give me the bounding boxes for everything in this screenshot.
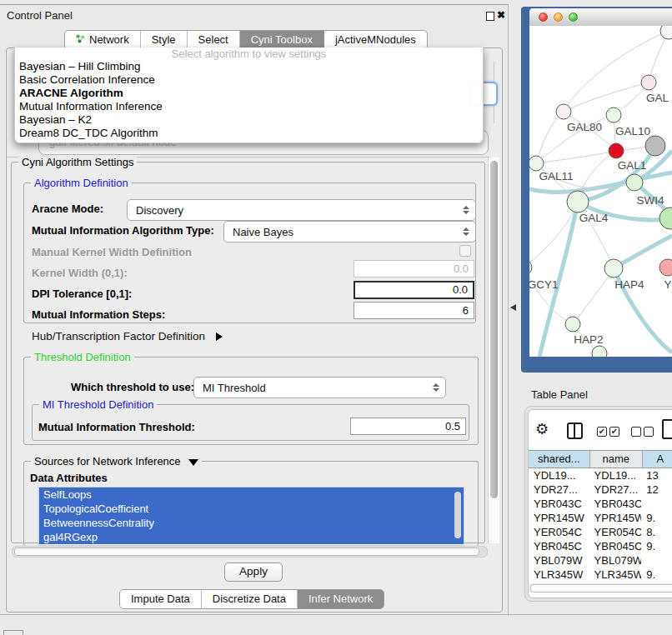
combo-arrows-icon bbox=[459, 206, 473, 214]
table-horizontal-scrollbar[interactable] bbox=[529, 583, 672, 592]
tab-infer-network[interactable]: Infer Network bbox=[298, 590, 384, 608]
sources-expander[interactable]: Sources for Network Inference bbox=[31, 455, 202, 468]
control-panel-top-border bbox=[0, 4, 509, 5]
unchecked-checkbox-icon[interactable] bbox=[631, 427, 641, 437]
table-row[interactable]: YPR145WYPR145W9. bbox=[529, 511, 672, 525]
settings-horizontal-scrollbar[interactable] bbox=[12, 546, 488, 558]
attribute-item-betweennesscentrality[interactable]: BetweennessCentrality bbox=[39, 516, 464, 530]
tab-label: Discretize Data bbox=[213, 590, 286, 608]
tab-cyni-toolbox[interactable]: Cyni Toolbox bbox=[240, 31, 324, 49]
combo-value: Naive Bayes bbox=[224, 226, 459, 238]
algorithm-option-dream8-dc-tdc-algorithm[interactable]: Dream8 DC_TDC Algorithm bbox=[15, 127, 483, 140]
node-label-hap2: HAP2 bbox=[574, 333, 603, 346]
checked-checkbox-icon[interactable]: ✔ bbox=[597, 427, 607, 437]
settings-vertical-scrollbar[interactable] bbox=[488, 158, 499, 543]
algorithm-option-aracne-algorithm[interactable]: ARACNE Algorithm bbox=[15, 87, 483, 100]
algorithm-option-bayesian-k2[interactable]: Bayesian – K2 bbox=[15, 113, 483, 127]
table-row[interactable]: YLR345WYLR345W9. bbox=[529, 568, 672, 582]
tab-label: Network bbox=[89, 31, 129, 49]
combo-arrows-icon bbox=[429, 383, 443, 392]
network-node[interactable] bbox=[645, 136, 665, 156]
manual-kernel-checkbox[interactable] bbox=[459, 245, 471, 257]
minimize-traffic-light[interactable] bbox=[554, 12, 563, 22]
network-node[interactable] bbox=[592, 346, 607, 357]
tab-label: Style bbox=[152, 31, 176, 49]
network-node[interactable] bbox=[626, 174, 643, 191]
app-root: Control Panel ✖ NetworkStyleSelectCyni T… bbox=[0, 0, 672, 635]
node-table: shared...nameAYDL19...YDL19...13YDR27...… bbox=[529, 450, 672, 583]
node-label-gal1: GAL1 bbox=[618, 159, 647, 172]
hub-definition-expander[interactable]: Hub/Transcription Factor Definition bbox=[32, 330, 223, 342]
scrollbar-thumb[interactable] bbox=[490, 161, 498, 498]
hub-definition-label: Hub/Transcription Factor Definition bbox=[32, 330, 205, 342]
attribute-item-selfloops[interactable]: SelfLoops bbox=[39, 488, 464, 502]
scrollbar-thumb[interactable] bbox=[530, 584, 672, 592]
apply-button[interactable]: Apply bbox=[224, 562, 283, 582]
network-node[interactable] bbox=[659, 208, 672, 229]
table-row[interactable]: YER054CYER054C8. bbox=[529, 525, 672, 539]
network-canvas[interactable]: GALGAL80GAL10GAL1GAL11SWI4GAL4GCY1HAP4YH… bbox=[529, 26, 672, 357]
data-attributes-list: SelfLoopsTopologicalCoefficientBetweenne… bbox=[38, 487, 464, 546]
float-window-icon[interactable] bbox=[486, 12, 494, 21]
algorithm-option-mutual-information-inference[interactable]: Mutual Information Inference bbox=[15, 100, 483, 113]
aracne-mode-combo[interactable]: Discovery bbox=[127, 199, 476, 221]
close-icon[interactable]: ✖ bbox=[497, 9, 505, 21]
tab-style[interactable]: Style bbox=[141, 31, 188, 49]
scrollbar-thumb[interactable] bbox=[14, 548, 479, 556]
network-node[interactable] bbox=[567, 191, 589, 212]
network-node[interactable] bbox=[565, 317, 580, 332]
mi-steps-field[interactable]: 6 bbox=[354, 302, 474, 319]
network-node[interactable] bbox=[641, 75, 656, 90]
column-header-a[interactable]: A bbox=[643, 451, 672, 468]
column-header-name[interactable]: name bbox=[590, 451, 643, 468]
which-threshold-combo[interactable]: MI Threshold bbox=[193, 377, 446, 398]
scrollbar-thumb[interactable] bbox=[454, 492, 461, 538]
zoom-traffic-light[interactable] bbox=[569, 12, 578, 22]
algorithm-option-bayesian-hill-climbing[interactable]: Bayesian – Hill Climbing bbox=[15, 60, 483, 73]
combo-value: MI Threshold bbox=[194, 382, 429, 394]
table-row[interactable]: YBR043CYBR043C bbox=[529, 497, 672, 511]
table-row[interactable]: YDL19...YDL19...13 bbox=[529, 468, 672, 482]
table-cell: YDL19... bbox=[589, 468, 642, 482]
unchecked-checkbox-icon[interactable] bbox=[644, 427, 654, 437]
dpi-tolerance-field[interactable]: 0.0 bbox=[354, 281, 474, 299]
network-node[interactable] bbox=[604, 259, 623, 278]
expand-right-icon bbox=[216, 332, 223, 341]
columns-icon[interactable] bbox=[567, 422, 583, 439]
network-node[interactable] bbox=[606, 108, 621, 122]
network-node[interactable] bbox=[659, 259, 672, 276]
node-label-gal80: GAL80 bbox=[567, 121, 602, 133]
control-panel-right-border bbox=[508, 4, 509, 616]
gear-icon[interactable]: ⚙ bbox=[535, 420, 549, 438]
column-header-shared[interactable]: shared... bbox=[529, 451, 590, 468]
table-cell: 9. bbox=[641, 539, 672, 553]
table-row[interactable]: YDR27...YDR27...12 bbox=[529, 482, 672, 497]
collapsed-panel-icon[interactable] bbox=[3, 630, 23, 635]
network-window-titlebar[interactable] bbox=[529, 8, 672, 27]
mi-threshold-label: Mutual Information Threshold: bbox=[38, 421, 195, 433]
table-cell: 9. bbox=[641, 511, 672, 525]
mi-threshold-field[interactable]: 0.5 bbox=[350, 418, 466, 435]
table-cell: YLR345W bbox=[529, 568, 589, 582]
tab-network[interactable]: Network bbox=[65, 31, 141, 49]
table-row[interactable]: YBL079WYBL079W bbox=[529, 553, 672, 568]
network-node[interactable] bbox=[660, 26, 672, 39]
attribute-item-gal4rgexp[interactable]: gal4RGexp bbox=[39, 530, 464, 544]
document-icon[interactable] bbox=[662, 419, 672, 439]
network-node[interactable] bbox=[529, 156, 544, 171]
checked-checkbox-icon[interactable]: ✔ bbox=[609, 427, 619, 437]
network-node[interactable] bbox=[556, 104, 571, 119]
tab-discretize-data[interactable]: Discretize Data bbox=[202, 590, 298, 608]
tab-select[interactable]: Select bbox=[188, 31, 240, 49]
tab-impute-data[interactable]: Impute Data bbox=[120, 590, 202, 608]
close-traffic-light[interactable] bbox=[539, 12, 548, 22]
network-node[interactable] bbox=[609, 143, 624, 158]
group-title: MI Threshold Definition bbox=[39, 398, 157, 411]
attribute-item-topologicalcoefficient[interactable]: TopologicalCoefficient bbox=[39, 502, 464, 516]
mi-type-combo[interactable]: Naive Bayes bbox=[223, 221, 476, 242]
table-cell: YPR145W bbox=[529, 511, 589, 525]
algorithm-option-basic-correlation-inference[interactable]: Basic Correlation Inference bbox=[15, 73, 483, 87]
table-row[interactable]: YBR045CYBR045C9. bbox=[529, 539, 672, 553]
kernel-width-field[interactable]: 0.0 bbox=[354, 260, 474, 278]
tab-jactivemnodules[interactable]: jActiveMNodules bbox=[324, 31, 427, 49]
